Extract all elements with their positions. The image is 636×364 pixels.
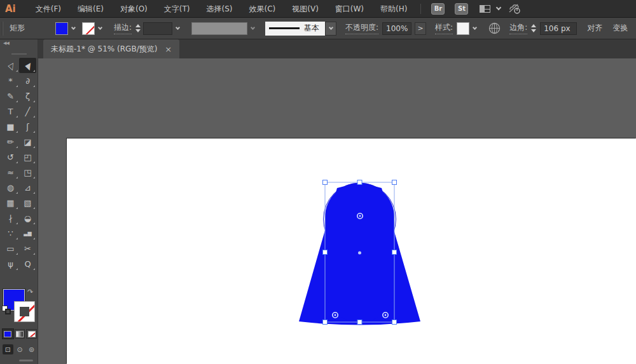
stroke-swatch[interactable] [14, 301, 35, 322]
stroke-weight-chevron-icon[interactable] [172, 22, 183, 35]
artwork-layer [38, 58, 636, 364]
menu-view[interactable]: 视图(V) [284, 0, 327, 18]
stroke-dropdown-chevron-icon[interactable] [95, 22, 105, 35]
slice-tool[interactable]: ✂ [19, 241, 36, 256]
cc-sync-disabled-icon [508, 3, 521, 15]
menu-object[interactable]: 对象(O) [112, 0, 156, 18]
canvas-area[interactable] [38, 58, 636, 364]
menu-help[interactable]: 帮助(H) [372, 0, 415, 18]
paintbrush-tool[interactable]: ʃ [19, 119, 36, 134]
mesh-tool[interactable]: ▦ [2, 195, 19, 210]
menu-file[interactable]: 文件(F) [27, 0, 69, 18]
style-chevron-icon[interactable] [469, 22, 480, 35]
direct-selection-tool[interactable]: ▶ [19, 58, 36, 73]
fill-color-swatch[interactable] [55, 22, 68, 35]
symbol-sprayer-tool[interactable]: ∵ [2, 226, 19, 241]
align-button[interactable]: 对齐 [587, 23, 602, 34]
opacity-expand-button[interactable]: > [415, 22, 426, 35]
corner-label[interactable]: 边角: [509, 22, 527, 34]
width-tool[interactable]: ≈ [2, 165, 19, 180]
recolor-artwork-icon[interactable] [488, 22, 501, 34]
fill-dropdown-chevron-icon[interactable] [68, 22, 78, 35]
pen-tool[interactable]: ✎ [2, 88, 19, 104]
workspace-switcher-icon[interactable] [480, 5, 490, 13]
menu-edit[interactable]: 编辑(E) [69, 0, 112, 18]
brush-name: 基本 [304, 23, 319, 34]
default-fill-stroke-icon[interactable] [2, 306, 11, 314]
brush-definition-dropdown[interactable]: 基本 [265, 22, 336, 36]
selection-tool[interactable]: ▷ [2, 58, 19, 73]
menu-window[interactable]: 窗口(W) [327, 0, 372, 18]
curvature-tool[interactable]: ζ [19, 88, 36, 104]
column-graph-tool[interactable]: ▃▆ [19, 226, 36, 241]
type-tool[interactable]: T [2, 104, 19, 119]
corner-stepper[interactable] [531, 24, 536, 32]
control-bar: 矩形 描边: 基本 不透明度: 100% > 样式: 边角: 106 px 对齐… [0, 18, 636, 39]
draw-normal-mode-button[interactable]: ⊡ [3, 344, 13, 354]
draw-inside-mode-button[interactable]: ⊚ [26, 344, 37, 354]
lasso-tool[interactable]: ∂ [19, 73, 36, 88]
divider [420, 4, 421, 14]
graphic-style-swatch[interactable] [457, 22, 469, 35]
brush-chevron-icon[interactable] [325, 22, 336, 36]
free-transform-tool[interactable]: ◳ [19, 165, 36, 180]
color-button[interactable] [3, 329, 13, 339]
artboard-tool[interactable]: ▭ [2, 241, 19, 256]
none-button[interactable] [26, 329, 37, 339]
style-label[interactable]: 样式: [435, 22, 453, 34]
stroke-color-swatch[interactable] [82, 22, 95, 35]
gradient-button[interactable] [15, 329, 25, 339]
gradient-tool[interactable]: ▧ [19, 195, 36, 210]
document-title: 未标题-1* @ 51% (RGB/预览) [51, 44, 157, 55]
stroke-weight-field[interactable] [143, 22, 172, 35]
draw-behind-mode-button[interactable]: ⊙ [15, 344, 25, 354]
bridge-button[interactable]: Br [431, 3, 445, 15]
zoom-tool[interactable]: Q [19, 256, 36, 271]
tab-close-icon[interactable]: × [165, 44, 172, 54]
opacity-field[interactable]: 100% [382, 22, 411, 35]
menu-type[interactable]: 文字(T) [156, 0, 198, 18]
basic-brush-stroke-preview [269, 27, 300, 29]
scale-tool[interactable]: ◰ [19, 149, 36, 165]
menu-bar: Ai 文件(F) 编辑(E) 对象(O) 文字(T) 选择(S) 效果(C) 视… [0, 0, 636, 18]
collapse-panel-icon[interactable]: ◀◀ [3, 41, 9, 46]
document-tab[interactable]: 未标题-1* @ 51% (RGB/预览) × [43, 39, 179, 58]
blend-tool[interactable]: ◒ [19, 210, 36, 226]
selected-object-type: 矩形 [10, 23, 55, 34]
swap-fill-stroke-icon[interactable]: ↷ [27, 288, 33, 296]
stock-button[interactable]: St [455, 3, 468, 15]
stroke-weight-label[interactable]: 描边: [114, 22, 132, 34]
illustrator-logo: Ai [5, 3, 16, 15]
chevron-down-icon[interactable] [496, 5, 501, 10]
shaper-tool[interactable]: ✏ [2, 134, 19, 149]
tools-panel: ◀◀ ▷ ▶ * ∂ ✎ ζ T ╱ ■ ʃ ✏ ◪ ↺ ◰ ≈ ◳ ◍ ⊿ ▦… [0, 39, 38, 364]
stroke-weight-stepper[interactable] [135, 24, 141, 32]
rotate-tool[interactable]: ↺ [2, 149, 19, 165]
corner-radius-field[interactable]: 106 px [540, 22, 577, 35]
eyedropper-tool[interactable]: ∤ [2, 210, 19, 226]
panel-drag-grip[interactable] [11, 53, 27, 55]
opacity-label[interactable]: 不透明度: [345, 22, 378, 34]
object-center-point [358, 252, 361, 255]
shape-builder-tool[interactable]: ◍ [2, 180, 19, 195]
transform-button[interactable]: 变换 [612, 23, 628, 34]
magic-wand-tool[interactable]: * [2, 73, 19, 88]
line-segment-tool[interactable]: ╱ [19, 104, 36, 119]
toolbar-scroll-thumb[interactable] [19, 360, 33, 361]
hand-tool[interactable]: ψ [2, 256, 19, 271]
eraser-tool[interactable]: ◪ [19, 134, 36, 149]
panel-grip[interactable] [2, 22, 3, 36]
width-profile-dropdown[interactable] [191, 22, 247, 35]
document-tab-bar: 未标题-1* @ 51% (RGB/预览) × [38, 39, 636, 58]
menu-select[interactable]: 选择(S) [198, 0, 241, 18]
width-profile-chevron-icon[interactable] [247, 22, 258, 35]
brush-definition-face[interactable]: 基本 [265, 22, 325, 36]
perspective-grid-tool[interactable]: ⊿ [19, 180, 36, 195]
menu-effect[interactable]: 效果(C) [240, 0, 284, 18]
rectangle-tool[interactable]: ■ [2, 119, 19, 134]
